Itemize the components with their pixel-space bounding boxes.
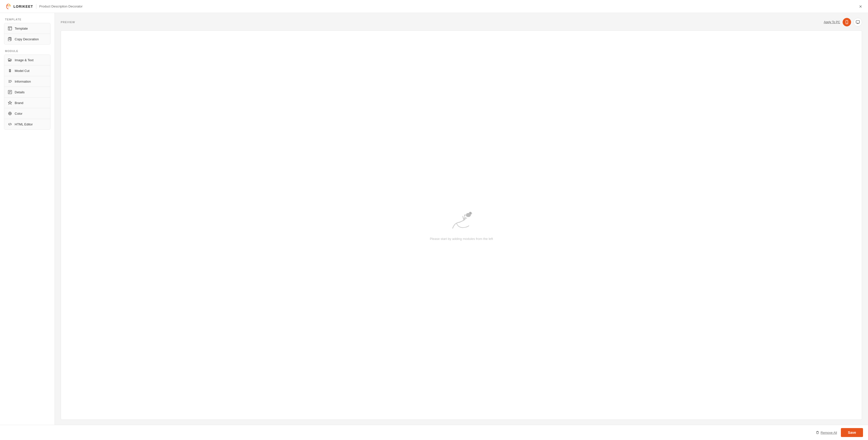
preview-area: PREVIEW Apply To PC [55, 13, 868, 425]
copy-decoration-icon [8, 37, 12, 41]
empty-state-text: Please start by adding modules from the … [430, 237, 493, 241]
logo-icon [5, 3, 12, 10]
module-section-label: MODULE [4, 50, 51, 53]
details-icon [8, 90, 12, 94]
logo: LORIKEET [5, 3, 33, 10]
save-button[interactable]: Save [841, 428, 863, 437]
sidebar-item-html-editor[interactable]: HTML Editor [4, 119, 50, 129]
sidebar-item-copy-decoration[interactable]: Copy Decoration [4, 34, 50, 44]
svg-point-23 [9, 113, 10, 114]
sidebar-item-template-label: Template [15, 27, 28, 30]
sidebar-item-html-editor-label: HTML Editor [15, 122, 33, 126]
sidebar-item-brand[interactable]: Brand [4, 98, 50, 108]
svg-marker-21 [8, 101, 12, 104]
html-editor-icon [8, 122, 12, 126]
footer: Remove All Save [0, 425, 868, 440]
header-left: LORIKEET Product Description Decorator [5, 3, 83, 10]
sidebar: TEMPLATE Template [0, 13, 55, 425]
preview-canvas: Please start by adding modules from the … [61, 30, 862, 420]
sidebar-item-color[interactable]: Color [4, 108, 50, 119]
main-layout: TEMPLATE Template [0, 13, 868, 425]
sidebar-item-model-cut[interactable]: Model Cut [4, 65, 50, 76]
remove-all-label: Remove All [821, 431, 837, 435]
svg-rect-1 [8, 27, 12, 30]
layout-icon [8, 26, 12, 31]
header: LORIKEET Product Description Decorator × [0, 0, 868, 13]
remove-all-button[interactable]: Remove All [816, 431, 837, 435]
svg-rect-31 [856, 21, 860, 23]
mobile-view-toggle[interactable] [843, 18, 851, 26]
preview-label: PREVIEW [61, 21, 75, 24]
desktop-icon [856, 20, 860, 24]
sidebar-item-image-text[interactable]: Image & Text [4, 55, 50, 65]
information-icon [8, 79, 12, 84]
image-text-icon [8, 58, 12, 62]
brand-icon [8, 100, 12, 105]
preview-header: PREVIEW Apply To PC [61, 18, 862, 26]
model-cut-icon [8, 68, 12, 73]
sidebar-item-color-label: Color [15, 112, 22, 116]
module-menu-group: Image & Text Model Cut [4, 55, 51, 130]
template-section-label: TEMPLATE [4, 18, 51, 21]
trash-icon [816, 431, 819, 434]
sidebar-item-copy-decoration-label: Copy Decoration [15, 37, 39, 41]
close-button[interactable]: × [858, 3, 863, 10]
logo-text: LORIKEET [13, 4, 33, 8]
svg-point-36 [470, 213, 471, 214]
svg-rect-8 [8, 59, 10, 60]
template-menu-group: Template Copy Decoration [4, 23, 51, 44]
preview-controls: Apply To PC [824, 18, 862, 26]
sidebar-item-model-cut-label: Model Cut [15, 69, 29, 73]
mobile-icon [845, 20, 849, 24]
sidebar-item-details-label: Details [15, 90, 25, 94]
sidebar-item-template[interactable]: Template [4, 23, 50, 34]
sidebar-item-brand-label: Brand [15, 101, 23, 105]
apply-to-pc-button[interactable]: Apply To PC [824, 21, 840, 24]
sidebar-item-details[interactable]: Details [4, 87, 50, 98]
sidebar-item-image-text-label: Image & Text [15, 58, 34, 62]
empty-state-illustration [449, 210, 474, 232]
sidebar-item-information-label: Information [15, 80, 31, 83]
desktop-view-toggle[interactable] [854, 18, 862, 26]
header-divider [36, 4, 36, 9]
color-icon [8, 111, 12, 116]
header-subtitle: Product Description Decorator [39, 4, 83, 8]
sidebar-item-information[interactable]: Information [4, 76, 50, 87]
svg-line-28 [10, 123, 10, 125]
